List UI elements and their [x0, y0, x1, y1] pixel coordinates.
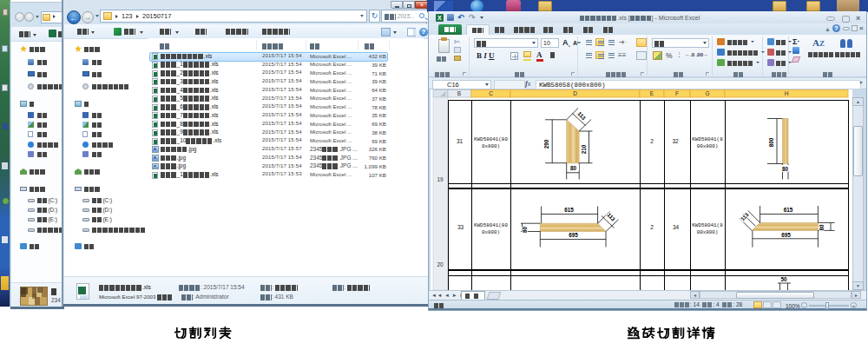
svg-text:C: C [489, 90, 493, 96]
svg-text:695: 695 [569, 232, 578, 238]
svg-text:80: 80 [570, 165, 577, 171]
svg-text:F: F [675, 90, 679, 96]
svg-text:19: 19 [437, 176, 444, 182]
svg-text:KWD58041(8: KWD58041(8 [692, 222, 723, 228]
svg-text:00x800): 00x800) [697, 143, 719, 149]
svg-text:31: 31 [457, 138, 464, 144]
svg-text:H: H [785, 90, 789, 96]
svg-text:KWD58041(8: KWD58041(8 [692, 136, 723, 142]
svg-text:KWD58041(80: KWD58041(80 [474, 136, 508, 142]
svg-text:2: 2 [650, 138, 654, 144]
svg-text:00x800): 00x800) [697, 229, 719, 235]
svg-text:615: 615 [564, 207, 574, 213]
svg-text:113: 113 [740, 211, 750, 222]
svg-text:B: B [457, 90, 461, 96]
svg-text:G: G [705, 90, 709, 96]
svg-text:695: 695 [781, 232, 791, 238]
svg-text:290: 290 [543, 139, 549, 149]
svg-text:2: 2 [650, 224, 654, 230]
svg-text:113: 113 [576, 110, 587, 122]
svg-text:E: E [650, 90, 654, 96]
svg-text:32: 32 [672, 138, 679, 144]
svg-text:0x800): 0x800) [482, 229, 500, 235]
svg-text:80: 80 [522, 227, 528, 234]
svg-text:50: 50 [780, 276, 787, 282]
svg-text:33: 33 [457, 224, 464, 230]
svg-text:80: 80 [819, 224, 825, 231]
svg-text:D: D [573, 90, 577, 96]
svg-text:210: 210 [581, 144, 587, 154]
svg-text:34: 34 [673, 224, 680, 230]
svg-text:800: 800 [768, 137, 774, 147]
svg-text:KWD58041(80: KWD58041(80 [474, 222, 508, 228]
svg-text:0x800): 0x800) [482, 143, 500, 149]
svg-text:615: 615 [784, 207, 793, 213]
svg-text:80: 80 [782, 166, 789, 172]
svg-text:20: 20 [437, 261, 444, 267]
svg-text:113: 113 [606, 212, 616, 223]
